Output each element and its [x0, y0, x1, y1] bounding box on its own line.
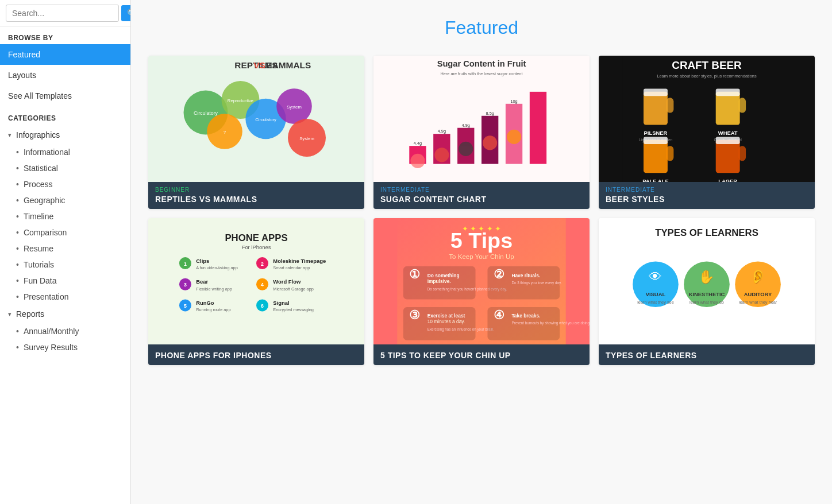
svg-rect-50 [667, 146, 674, 161]
nav-item-layouts[interactable]: Layouts [0, 65, 130, 86]
svg-text:AUDITORY: AUDITORY [744, 291, 772, 297]
nav-item-see-all[interactable]: See All Templates [0, 86, 130, 106]
svg-text:learn what they see: learn what they see [637, 300, 674, 305]
svg-text:?: ? [224, 130, 226, 135]
svg-text:Clips: Clips [196, 258, 209, 264]
svg-rect-39 [644, 89, 668, 96]
svg-text:4.9g: 4.9g [438, 129, 446, 134]
template-card-5-tips[interactable]: ✦ ✦ ✦ ✦ ✦ 5 Tips To Keep Your Chin Up ① … [373, 218, 590, 365]
svg-text:CRAFT BEER: CRAFT BEER [672, 59, 742, 71]
svg-text:Flexible writing app: Flexible writing app [196, 286, 232, 292]
card-footer-5-tips: 5 TIPS TO KEEP YOUR CHIN UP [373, 344, 590, 365]
svg-text:Encrypted messaging: Encrypted messaging [273, 307, 313, 312]
card-title: BEER STYLES [606, 195, 665, 204]
template-card-sugar-content[interactable]: Sugar Content in Fruit Here are fruits w… [373, 56, 590, 209]
sub-item-informational[interactable]: Informational [0, 144, 130, 160]
svg-rect-43 [716, 92, 740, 125]
svg-text:Circulatory: Circulatory [255, 117, 276, 122]
card-footer-reptiles: BEGINNER REPTILES VS MAMMALS [148, 182, 364, 209]
infographics-arrow-icon: ▾ [8, 131, 11, 139]
sub-item-comparison[interactable]: Comparison [0, 224, 130, 241]
svg-text:For iPhones: For iPhones [242, 244, 271, 250]
card-title: SUGAR CONTENT CHART [380, 195, 487, 204]
category-infographics[interactable]: ▾ Infographics [0, 126, 130, 144]
svg-text:WHEAT: WHEAT [718, 130, 738, 136]
svg-rect-45 [739, 98, 746, 113]
svg-text:Running route app: Running route app [196, 307, 230, 312]
sub-item-annual-monthly[interactable]: Annual/Monthly [0, 323, 130, 339]
svg-text:TYPES OF LEARNERS: TYPES OF LEARNERS [655, 227, 758, 238]
svg-text:10 minutes a day.: 10 minutes a day. [427, 319, 465, 324]
svg-text:A fun video-taking app: A fun video-taking app [196, 265, 238, 270]
svg-text:8.5g: 8.5g [486, 111, 494, 116]
svg-text:Word Flow: Word Flow [273, 278, 301, 285]
svg-text:VS: VS [253, 60, 265, 70]
svg-text:learn what they do: learn what they do [690, 300, 724, 305]
level-badge: BEGINNER [155, 187, 357, 193]
svg-rect-40 [667, 98, 674, 113]
svg-rect-24 [530, 92, 546, 164]
card-title: TYPES OF LEARNERS [606, 351, 697, 360]
template-card-reptiles-vs-mammals[interactable]: REPTILES VS MAMMALS Circulatory Reproduc… [148, 56, 364, 209]
card-title: REPTILES VS MAMMALS [155, 195, 257, 204]
sub-item-tutorials[interactable]: Tutorials [0, 257, 130, 273]
svg-rect-53 [716, 140, 740, 173]
browse-by-label: BROWSE BY [0, 27, 130, 44]
card-image-reptiles: REPTILES VS MAMMALS Circulatory Reproduc… [148, 56, 364, 182]
sidebar: 🔍 BROWSE BY Featured Layouts See All Tem… [0, 0, 131, 504]
svg-rect-38 [644, 92, 668, 125]
svg-text:👁: 👁 [649, 269, 662, 284]
page-title: Featured [131, 0, 832, 50]
svg-text:Take breaks.: Take breaks. [511, 313, 540, 319]
svg-text:6: 6 [261, 303, 264, 309]
svg-text:④: ④ [494, 308, 504, 321]
infographics-label: Infographics [16, 130, 60, 139]
svg-text:Sugar Content in Fruit: Sugar Content in Fruit [437, 59, 526, 68]
svg-text:Prevent burnouts by showing wh: Prevent burnouts by showing what you are… [511, 321, 590, 325]
svg-point-33 [483, 135, 497, 150]
svg-text:PHONE APPS: PHONE APPS [225, 232, 287, 243]
search-button[interactable]: 🔍 [121, 5, 131, 21]
svg-text:③: ③ [409, 308, 420, 321]
template-card-beer-styles[interactable]: CRAFT BEER Learn more about beer styles,… [599, 56, 815, 209]
search-icon: 🔍 [127, 9, 131, 18]
category-reports[interactable]: ▾ Reports [0, 305, 130, 323]
sub-item-geographic[interactable]: Geographic [0, 192, 130, 208]
sub-item-process[interactable]: Process [0, 176, 130, 192]
card-footer-beer: INTERMEDIATE BEER STYLES [599, 182, 815, 209]
card-footer-phone-apps: PHONE APPS FOR IPHONES [148, 344, 364, 365]
sub-item-timeline[interactable]: Timeline [0, 208, 130, 224]
svg-text:Exercising has an influence on: Exercising has an influence on your brai… [427, 327, 495, 332]
svg-text:5: 5 [184, 303, 187, 309]
level-badge: INTERMEDIATE [380, 187, 583, 193]
svg-text:Bear: Bear [196, 278, 208, 285]
sub-item-survey-results[interactable]: Survey Results [0, 339, 130, 355]
template-card-types-of-learners[interactable]: TYPES OF LEARNERS 👁 VISUAL learn what th… [599, 218, 815, 365]
svg-text:4.4g: 4.4g [414, 141, 422, 146]
card-image-phone-apps: PHONE APPS For iPhones 1 Clips A fun vid… [148, 218, 364, 344]
svg-text:System: System [299, 136, 314, 141]
search-input[interactable] [6, 5, 119, 22]
card-image-beer: CRAFT BEER Learn more about beer styles,… [599, 56, 815, 182]
svg-point-32 [459, 142, 473, 156]
svg-text:Learn more about beer styles, : Learn more about beer styles, plus recom… [657, 73, 756, 79]
sub-item-presentation[interactable]: Presentation [0, 289, 130, 305]
svg-text:Circulatory: Circulatory [194, 110, 218, 116]
card-image-5-tips: ✦ ✦ ✦ ✦ ✦ 5 Tips To Keep Your Chin Up ① … [373, 218, 590, 344]
nav-item-featured[interactable]: Featured [0, 44, 130, 65]
svg-text:Do something: Do something [427, 273, 460, 278]
search-bar: 🔍 [0, 0, 130, 27]
svg-text:Microsoft Garage app: Microsoft Garage app [273, 286, 313, 292]
svg-text:LAGER: LAGER [718, 178, 737, 182]
template-card-phone-apps[interactable]: PHONE APPS For iPhones 1 Clips A fun vid… [148, 218, 364, 365]
sub-item-resume[interactable]: Resume [0, 241, 130, 257]
sub-item-fun-data[interactable]: Fun Data [0, 273, 130, 289]
svg-text:To Keep Your Chin Up: To Keep Your Chin Up [449, 253, 514, 260]
card-title: PHONE APPS FOR IPHONES [155, 351, 272, 360]
svg-text:Moleskine Timepage: Moleskine Timepage [273, 258, 326, 264]
sub-item-statistical[interactable]: Statistical [0, 160, 130, 176]
svg-point-30 [410, 154, 425, 168]
svg-text:Reproductive: Reproductive [228, 98, 253, 103]
svg-text:Here are fruits with the lowes: Here are fruits with the lowest sugar co… [441, 71, 523, 76]
svg-rect-49 [644, 137, 668, 144]
